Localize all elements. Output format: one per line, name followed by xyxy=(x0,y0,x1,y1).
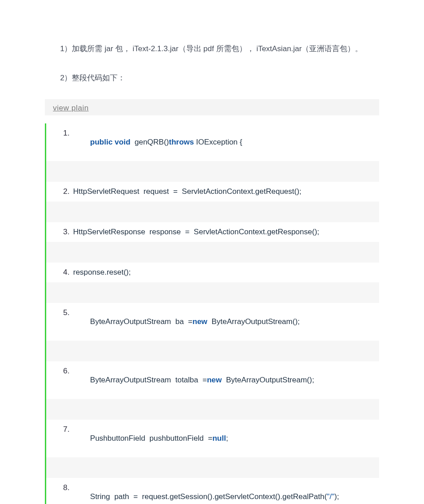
code-text: PushbuttonField pushbuttonField =null; xyxy=(71,425,228,452)
line-number: 8. xyxy=(53,483,71,492)
code-line: 3. HttpServletResponse response = Servle… xyxy=(46,222,379,242)
code-text: ByteArrayOutputStream totalba =new ByteA… xyxy=(71,367,314,394)
code-line: 7. PushbuttonField pushbuttonField =null… xyxy=(46,420,379,457)
keyword-null: null xyxy=(212,434,226,443)
code-line: 4. response.reset(); xyxy=(46,263,379,282)
code-line: 1. public void genQRB()throws IOExceptio… xyxy=(46,123,379,161)
keyword-throws: throws xyxy=(169,138,194,146)
code-gap xyxy=(46,399,379,420)
view-plain-bar: view plain xyxy=(45,99,379,115)
line-number: 3. xyxy=(53,228,71,237)
code-line: 8. String path = request.getSession().ge… xyxy=(46,478,379,504)
code-line: 2. HttpServletRequest request = ServletA… xyxy=(46,182,379,202)
string-literal: "/" xyxy=(327,492,335,501)
code-fragment: ByteArrayOutputStream totalba = xyxy=(90,376,207,384)
code-fragment: ; xyxy=(226,434,228,443)
code-gap xyxy=(46,242,379,263)
code-gap xyxy=(46,282,379,303)
code-fragment: ByteArrayOutputStream(); xyxy=(207,317,300,326)
code-gap xyxy=(46,202,379,222)
keyword-new: new xyxy=(192,317,207,326)
paragraph-1: 1）加载所需 jar 包， iText-2.1.3.jar（导出 pdf 所需包… xyxy=(45,40,379,57)
code-fragment: PushbuttonField pushbuttonField = xyxy=(90,434,213,443)
code-block: 1. public void genQRB()throws IOExceptio… xyxy=(45,123,379,504)
code-gap xyxy=(46,161,379,182)
line-number: 4. xyxy=(53,268,71,277)
code-fragment: String path = request.getSession().getSe… xyxy=(90,492,327,501)
line-number: 5. xyxy=(53,308,71,317)
code-fragment: ByteArrayOutputStream(); xyxy=(222,376,314,384)
code-fragment: ByteArrayOutputStream ba = xyxy=(90,317,192,326)
code-text: HttpServletResponse response = ServletAc… xyxy=(71,228,319,237)
p1-jar2: iTextAsian.jar（亚洲语言包）。 xyxy=(256,44,363,53)
keyword-new: new xyxy=(207,376,222,384)
code-gap xyxy=(46,341,379,361)
code-fragment: ); xyxy=(334,492,339,501)
line-number: 2. xyxy=(53,187,71,196)
code-fragment: IOException { xyxy=(194,138,242,146)
code-line: 5. ByteArrayOutputStream ba =new ByteArr… xyxy=(46,303,379,341)
code-fragment: genQRB() xyxy=(131,138,169,146)
document-page: 1）加载所需 jar 包， iText-2.1.3.jar（导出 pdf 所需包… xyxy=(0,0,424,504)
code-gap xyxy=(46,457,379,478)
view-plain-link[interactable]: view plain xyxy=(53,104,89,112)
keyword-public-void: public void xyxy=(90,138,131,146)
p1-jar1: iText-2.1.3.jar（导出 pdf 所需包）， xyxy=(133,44,254,53)
code-text: HttpServletRequest request = ServletActi… xyxy=(71,187,302,196)
code-text: String path = request.getSession().getSe… xyxy=(71,483,339,504)
line-number: 6. xyxy=(53,367,71,376)
p1-prefix: 1）加载所需 jar 包， xyxy=(60,44,131,53)
line-number: 7. xyxy=(53,425,71,434)
code-text: response.reset(); xyxy=(71,268,131,277)
code-line: 6. ByteArrayOutputStream totalba =new By… xyxy=(46,361,379,399)
line-number: 1. xyxy=(53,129,71,138)
code-text: public void genQRB()throws IOException { xyxy=(71,129,242,156)
code-text: ByteArrayOutputStream ba =new ByteArrayO… xyxy=(71,308,300,335)
paragraph-2: 2）整段代码如下： xyxy=(45,70,379,86)
